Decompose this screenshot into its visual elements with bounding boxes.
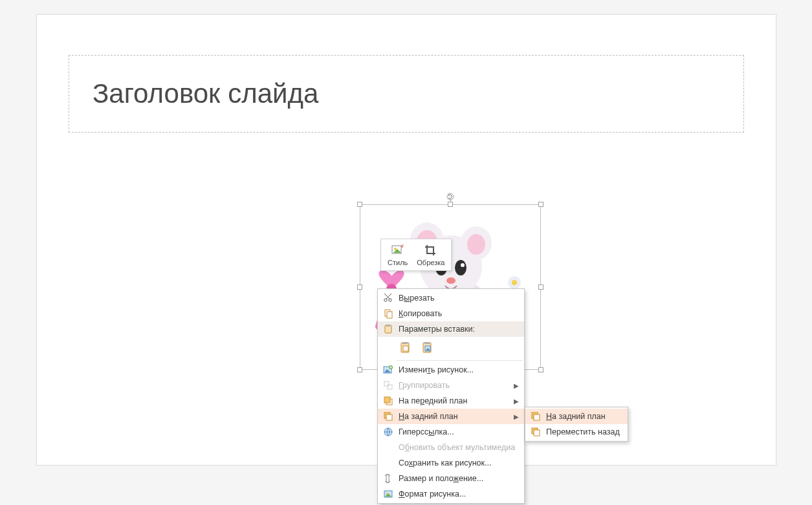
crop-button[interactable]: Обрезка <box>414 242 447 268</box>
resize-handle-sw[interactable] <box>357 367 362 372</box>
svg-point-33 <box>389 299 391 301</box>
menu-format-picture-label: Формат рисунка... <box>399 489 520 499</box>
submenu-send-to-back-label: На задний план <box>546 412 624 421</box>
svg-point-32 <box>384 299 387 301</box>
menu-paste-options-label: Параметры вставки: <box>399 325 520 334</box>
menu-save-as-picture-label: Сохранить как рисунок... <box>399 458 520 467</box>
blank-icon <box>382 442 395 453</box>
send-to-back-submenu: На задний план Переместить назад <box>525 407 628 442</box>
menu-hyperlink-label: Гиперссылка... <box>399 427 520 436</box>
svg-point-29 <box>512 280 517 285</box>
menu-bring-to-front[interactable]: На передний план ▶ <box>378 393 524 409</box>
resize-handle-nw[interactable] <box>357 202 362 207</box>
menu-group-label: Группировать <box>399 381 514 390</box>
menu-bring-front-label: На передний план <box>399 396 514 405</box>
menu-save-as-picture[interactable]: Сохранить как рисунок... <box>378 455 524 471</box>
menu-paste-options-header: Параметры вставки: <box>378 321 524 337</box>
menu-cut-label: Вырезать <box>399 294 520 303</box>
svg-rect-39 <box>402 342 408 344</box>
group-icon <box>382 380 395 391</box>
submenu-arrow-icon: ▶ <box>514 413 520 420</box>
submenu-send-backward[interactable]: Переместить назад <box>525 424 628 440</box>
menu-update-media: Обновить объект мультимедиа <box>378 440 524 455</box>
hyperlink-icon <box>382 426 395 438</box>
svg-rect-40 <box>403 346 408 351</box>
svg-rect-47 <box>388 385 392 389</box>
send-backward-icon <box>529 426 542 438</box>
resize-handle-w[interactable] <box>357 285 362 290</box>
send-back-icon <box>529 411 542 422</box>
context-menu: Вырезать Копировать Параметры вставки: И… <box>377 288 525 504</box>
menu-copy[interactable]: Копировать <box>378 306 524 321</box>
crop-icon <box>424 243 438 257</box>
svg-point-0 <box>447 193 454 200</box>
resize-handle-e[interactable] <box>538 285 543 290</box>
paste-keep-source[interactable] <box>397 339 414 356</box>
blank-icon <box>382 457 395 469</box>
paste-options-row <box>378 337 524 359</box>
menu-group: Группировать ▶ <box>378 378 524 393</box>
title-placeholder[interactable]: Заголовок слайда <box>69 55 744 133</box>
svg-rect-42 <box>424 342 430 344</box>
size-position-icon <box>382 473 395 484</box>
menu-update-media-label: Обновить объект мультимедиа <box>399 443 520 452</box>
svg-rect-37 <box>386 325 390 327</box>
resize-handle-n[interactable] <box>448 202 453 207</box>
svg-rect-53 <box>386 475 389 482</box>
menu-size-position[interactable]: Размер и положение... <box>378 471 524 486</box>
svg-point-24 <box>461 263 465 267</box>
svg-point-20 <box>467 234 485 255</box>
svg-rect-59 <box>534 430 540 436</box>
menu-send-back-label: На задний план <box>399 412 514 421</box>
style-icon <box>391 243 405 257</box>
svg-point-31 <box>394 248 397 250</box>
copy-icon <box>382 308 395 319</box>
svg-rect-57 <box>534 414 540 420</box>
title-text: Заголовок слайда <box>93 78 318 109</box>
rotate-handle[interactable] <box>446 191 454 199</box>
submenu-arrow-icon: ▶ <box>514 398 520 405</box>
svg-rect-35 <box>387 312 392 318</box>
crop-label: Обрезка <box>417 259 444 266</box>
submenu-arrow-icon: ▶ <box>514 382 520 389</box>
send-back-icon <box>382 411 395 422</box>
menu-hyperlink[interactable]: Гиперссылка... <box>378 424 524 440</box>
change-picture-icon <box>382 364 395 376</box>
menu-cut[interactable]: Вырезать <box>378 290 524 306</box>
submenu-send-backward-label: Переместить назад <box>546 427 624 436</box>
menu-send-to-back[interactable]: На задний план ▶ <box>378 409 524 424</box>
svg-point-25 <box>446 277 455 284</box>
menu-format-picture[interactable]: Формат рисунка... <box>378 486 524 502</box>
svg-rect-51 <box>386 414 392 420</box>
svg-rect-46 <box>384 381 389 386</box>
style-button[interactable]: Стиль <box>385 242 410 268</box>
svg-point-22 <box>455 260 466 275</box>
menu-size-position-label: Размер и положение... <box>399 474 520 483</box>
menu-separator <box>396 360 523 361</box>
resize-handle-ne[interactable] <box>538 202 543 207</box>
style-label: Стиль <box>388 259 408 266</box>
menu-copy-label: Копировать <box>399 309 520 318</box>
svg-rect-49 <box>384 397 390 403</box>
paste-picture[interactable] <box>419 339 436 356</box>
menu-change-picture[interactable]: Изменить рисунок... <box>378 362 524 378</box>
clipboard-icon <box>382 323 395 335</box>
menu-change-picture-label: Изменить рисунок... <box>399 365 520 374</box>
submenu-send-to-back[interactable]: На задний план <box>525 409 628 424</box>
bring-front-icon <box>382 395 395 407</box>
mini-toolbar: Стиль Обрезка <box>380 239 452 271</box>
scissors-icon <box>382 292 395 304</box>
resize-handle-se[interactable] <box>538 367 543 372</box>
format-picture-icon <box>382 488 395 500</box>
